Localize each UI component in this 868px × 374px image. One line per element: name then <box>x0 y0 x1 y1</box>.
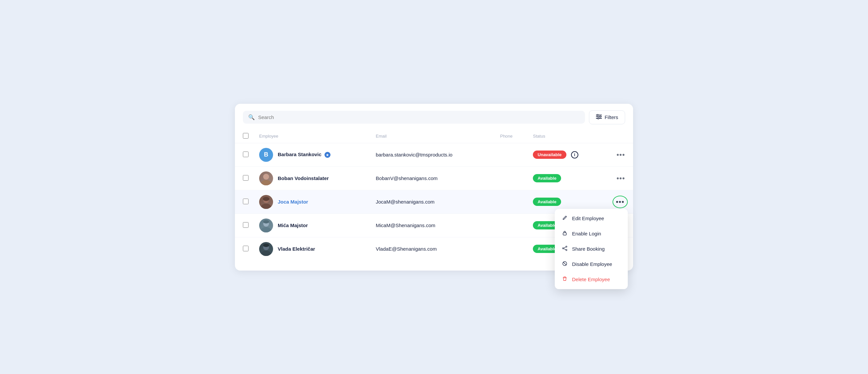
enable-login-item[interactable]: Enable Login <box>555 226 628 241</box>
status-badge: Available <box>533 198 561 206</box>
verified-icon: ★ <box>324 152 331 158</box>
svg-point-27 <box>261 251 271 256</box>
employee-cell: B Barbara Stankovic ★ <box>259 148 365 162</box>
table-row: Boban Vodoinstalater BobanV@shenanigans.… <box>235 166 633 190</box>
col-status: Status <box>528 130 607 143</box>
employee-cell: Joca Majstor <box>259 195 365 209</box>
employee-name: Barbara Stankovic ★ <box>278 151 331 158</box>
search-input[interactable] <box>258 114 580 120</box>
context-menu: Edit Employee Enable Login <box>555 209 628 289</box>
employee-cell: Boban Vodoinstalater <box>259 171 365 185</box>
svg-point-15 <box>562 248 564 249</box>
employee-phone <box>495 166 528 190</box>
edit-employee-item[interactable]: Edit Employee <box>555 211 628 226</box>
svg-point-25 <box>263 220 269 224</box>
employee-email: BobanV@shenanigans.com <box>371 166 495 190</box>
status-cell: Unavailable i <box>533 150 602 159</box>
avatar <box>259 171 273 185</box>
employee-email: barbara.stankovic@tmsproducts.io <box>371 143 495 166</box>
main-card: 🔍 Filters Empl <box>235 104 633 271</box>
table-row: B Barbara Stankovic ★ barbara.stankovic@… <box>235 143 633 166</box>
col-email: Email <box>371 130 495 143</box>
search-box: 🔍 <box>243 111 585 124</box>
employee-email: JocaM@shenanigans.com <box>371 190 495 213</box>
select-all-checkbox[interactable] <box>243 133 249 139</box>
more-button[interactable]: ••• <box>614 173 628 183</box>
avatar <box>259 242 273 256</box>
share-booking-item[interactable]: Share Booking <box>555 241 628 257</box>
delete-employee-item[interactable]: Delete Employee <box>555 272 628 287</box>
actions-cell: ••• Edit Employee <box>613 196 628 208</box>
toolbar: 🔍 Filters <box>235 110 633 130</box>
employee-cell: Mića Majstor <box>259 218 365 232</box>
svg-line-18 <box>564 248 566 249</box>
disable-employee-item[interactable]: Disable Employee <box>555 257 628 272</box>
svg-rect-21 <box>563 277 567 278</box>
share-icon <box>561 246 568 252</box>
employee-phone <box>495 143 528 166</box>
avatar <box>259 195 273 209</box>
filters-label: Filters <box>604 114 618 120</box>
employee-cell: Vlada Električar <box>259 242 365 256</box>
employee-name: Boban Vodoinstalater <box>278 175 329 181</box>
svg-point-5 <box>597 118 599 119</box>
table-row: Joca Majstor JocaM@shenanigans.com Avail… <box>235 190 633 213</box>
actions-cell: ••• <box>613 150 628 160</box>
svg-point-8 <box>264 174 269 179</box>
avatar <box>259 218 273 232</box>
more-button[interactable]: ••• <box>614 150 628 160</box>
employee-email: VladaE@Shenanigans.com <box>371 237 495 261</box>
svg-point-14 <box>566 246 567 247</box>
edit-icon <box>561 215 568 222</box>
employee-email: MicaM@Shenanigans.com <box>371 213 495 237</box>
disable-icon <box>561 261 568 268</box>
employee-name: Vlada Električar <box>278 246 315 252</box>
filters-icon <box>596 114 602 121</box>
row-checkbox[interactable] <box>243 151 249 157</box>
info-icon[interactable]: i <box>571 151 578 159</box>
svg-point-3 <box>597 114 598 116</box>
svg-point-10 <box>261 204 271 209</box>
avatar: B <box>259 148 273 162</box>
more-button[interactable]: ••• <box>613 196 628 208</box>
search-icon: 🔍 <box>248 114 255 121</box>
svg-point-16 <box>566 249 567 251</box>
filters-button[interactable]: Filters <box>589 110 625 124</box>
employee-phone <box>495 237 528 261</box>
svg-point-29 <box>263 244 269 247</box>
status-badge: Available <box>533 174 561 182</box>
row-checkbox[interactable] <box>243 175 249 181</box>
svg-point-4 <box>599 116 601 117</box>
row-checkbox[interactable] <box>243 199 249 204</box>
svg-line-20 <box>563 262 566 265</box>
employee-phone <box>495 190 528 213</box>
svg-line-17 <box>564 247 566 248</box>
svg-point-23 <box>261 227 271 232</box>
trash-icon <box>561 276 568 283</box>
status-badge: Unavailable <box>533 150 566 159</box>
employee-name: Joca Majstor <box>278 199 308 205</box>
row-checkbox[interactable] <box>243 222 249 228</box>
lock-icon <box>561 231 568 237</box>
employee-name: Mića Majstor <box>278 223 308 228</box>
actions-cell: ••• <box>613 173 628 183</box>
employee-phone <box>495 213 528 237</box>
svg-rect-13 <box>563 233 566 235</box>
col-phone: Phone <box>495 130 528 143</box>
svg-point-12 <box>263 197 270 201</box>
employee-table: Employee Email Phone Status B Barbara St… <box>235 130 633 261</box>
svg-point-7 <box>261 180 271 185</box>
row-checkbox[interactable] <box>243 246 249 251</box>
col-employee: Employee <box>254 130 371 143</box>
